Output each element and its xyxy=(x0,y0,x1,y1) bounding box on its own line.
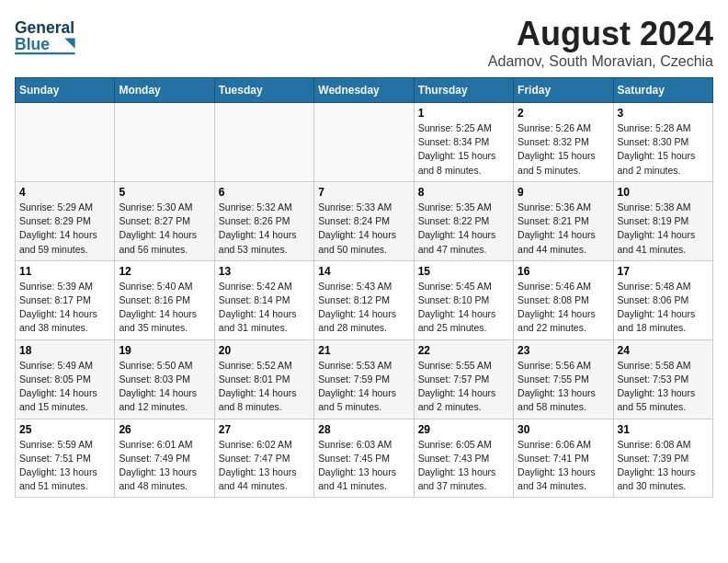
week-row-3: 11Sunrise: 5:39 AMSunset: 8:17 PMDayligh… xyxy=(16,260,713,339)
day-info: Sunrise: 5:49 AMSunset: 8:05 PMDaylight:… xyxy=(19,359,110,415)
day-info: Sunrise: 5:58 AMSunset: 7:53 PMDaylight:… xyxy=(618,359,709,415)
col-header-monday: Monday xyxy=(115,78,214,103)
day-cell: 1Sunrise: 5:25 AMSunset: 8:34 PMDaylight… xyxy=(414,103,513,182)
day-info: Sunrise: 5:50 AMSunset: 8:03 PMDaylight:… xyxy=(119,359,210,415)
col-header-saturday: Saturday xyxy=(613,78,712,103)
day-number: 16 xyxy=(518,265,609,278)
day-info: Sunrise: 5:42 AMSunset: 8:14 PMDaylight:… xyxy=(219,280,310,336)
day-number: 15 xyxy=(418,265,509,278)
day-info: Sunrise: 5:28 AMSunset: 8:30 PMDaylight:… xyxy=(618,121,709,178)
day-number: 18 xyxy=(19,344,110,357)
title-block: August 2024 Adamov, South Moravian, Czec… xyxy=(488,15,713,70)
day-cell: 18Sunrise: 5:49 AMSunset: 8:05 PMDayligh… xyxy=(16,339,115,419)
day-cell: 22Sunrise: 5:55 AMSunset: 7:57 PMDayligh… xyxy=(414,339,513,419)
col-header-tuesday: Tuesday xyxy=(214,78,313,103)
day-number: 7 xyxy=(318,186,409,199)
day-cell: 10Sunrise: 5:38 AMSunset: 8:19 PMDayligh… xyxy=(613,181,712,260)
day-cell xyxy=(115,103,214,182)
day-cell: 8Sunrise: 5:35 AMSunset: 8:22 PMDaylight… xyxy=(414,181,513,260)
day-number: 13 xyxy=(219,265,310,278)
day-cell: 11Sunrise: 5:39 AMSunset: 8:17 PMDayligh… xyxy=(16,260,115,339)
day-info: Sunrise: 5:30 AMSunset: 8:27 PMDaylight:… xyxy=(119,201,210,257)
col-header-friday: Friday xyxy=(514,78,613,103)
day-cell xyxy=(314,103,414,182)
day-cell xyxy=(16,103,115,182)
day-info: Sunrise: 5:40 AMSunset: 8:16 PMDaylight:… xyxy=(119,280,210,336)
day-info: Sunrise: 5:45 AMSunset: 8:10 PMDaylight:… xyxy=(418,280,509,336)
day-info: Sunrise: 6:02 AMSunset: 7:47 PMDaylight:… xyxy=(219,438,310,494)
day-number: 9 xyxy=(518,186,609,199)
week-row-5: 25Sunrise: 5:59 AMSunset: 7:51 PMDayligh… xyxy=(16,419,713,498)
day-cell: 26Sunrise: 6:01 AMSunset: 7:49 PMDayligh… xyxy=(115,419,214,498)
day-info: Sunrise: 5:46 AMSunset: 8:08 PMDaylight:… xyxy=(518,280,609,336)
day-cell: 30Sunrise: 6:06 AMSunset: 7:41 PMDayligh… xyxy=(514,419,613,498)
week-row-4: 18Sunrise: 5:49 AMSunset: 8:05 PMDayligh… xyxy=(16,339,713,419)
day-number: 31 xyxy=(618,423,709,436)
day-cell: 13Sunrise: 5:42 AMSunset: 8:14 PMDayligh… xyxy=(214,260,313,339)
page-title: August 2024 xyxy=(488,15,713,53)
day-cell: 12Sunrise: 5:40 AMSunset: 8:16 PMDayligh… xyxy=(115,260,214,339)
day-number: 29 xyxy=(418,423,509,436)
day-number: 19 xyxy=(119,344,210,357)
day-cell: 24Sunrise: 5:58 AMSunset: 7:53 PMDayligh… xyxy=(613,339,712,419)
svg-text:Blue: Blue xyxy=(15,35,50,53)
day-cell: 28Sunrise: 6:03 AMSunset: 7:45 PMDayligh… xyxy=(314,419,414,498)
day-number: 17 xyxy=(618,265,709,278)
day-cell: 31Sunrise: 6:08 AMSunset: 7:39 PMDayligh… xyxy=(613,419,712,498)
day-cell: 14Sunrise: 5:43 AMSunset: 8:12 PMDayligh… xyxy=(314,260,414,339)
day-cell: 4Sunrise: 5:29 AMSunset: 8:29 PMDaylight… xyxy=(16,181,115,260)
day-number: 3 xyxy=(618,107,709,120)
day-info: Sunrise: 5:56 AMSunset: 7:55 PMDaylight:… xyxy=(518,359,609,415)
day-cell: 21Sunrise: 5:53 AMSunset: 7:59 PMDayligh… xyxy=(314,339,414,419)
day-number: 14 xyxy=(318,265,409,278)
day-info: Sunrise: 5:39 AMSunset: 8:17 PMDaylight:… xyxy=(19,280,110,336)
day-info: Sunrise: 6:03 AMSunset: 7:45 PMDaylight:… xyxy=(318,438,409,494)
day-number: 28 xyxy=(318,423,409,436)
col-header-thursday: Thursday xyxy=(414,78,513,103)
day-cell: 15Sunrise: 5:45 AMSunset: 8:10 PMDayligh… xyxy=(414,260,513,339)
day-number: 10 xyxy=(618,186,709,199)
day-info: Sunrise: 5:26 AMSunset: 8:32 PMDaylight:… xyxy=(518,121,609,178)
day-cell: 6Sunrise: 5:32 AMSunset: 8:26 PMDaylight… xyxy=(214,181,313,260)
day-number: 5 xyxy=(119,186,210,199)
day-number: 22 xyxy=(418,344,509,357)
day-info: Sunrise: 5:36 AMSunset: 8:21 PMDaylight:… xyxy=(518,201,609,257)
day-info: Sunrise: 5:29 AMSunset: 8:29 PMDaylight:… xyxy=(19,201,110,257)
day-info: Sunrise: 5:33 AMSunset: 8:24 PMDaylight:… xyxy=(318,201,409,257)
day-cell: 16Sunrise: 5:46 AMSunset: 8:08 PMDayligh… xyxy=(514,260,613,339)
day-cell: 7Sunrise: 5:33 AMSunset: 8:24 PMDaylight… xyxy=(314,181,414,260)
day-info: Sunrise: 5:25 AMSunset: 8:34 PMDaylight:… xyxy=(418,121,509,178)
day-number: 1 xyxy=(418,107,509,120)
day-cell: 9Sunrise: 5:36 AMSunset: 8:21 PMDaylight… xyxy=(514,181,613,260)
day-cell: 25Sunrise: 5:59 AMSunset: 7:51 PMDayligh… xyxy=(16,419,115,498)
day-info: Sunrise: 5:53 AMSunset: 7:59 PMDaylight:… xyxy=(318,359,409,415)
week-row-1: 1Sunrise: 5:25 AMSunset: 8:34 PMDaylight… xyxy=(16,103,713,182)
day-info: Sunrise: 6:05 AMSunset: 7:43 PMDaylight:… xyxy=(418,438,509,494)
day-number: 30 xyxy=(518,423,609,436)
col-header-sunday: Sunday xyxy=(16,78,115,103)
day-number: 26 xyxy=(119,423,210,436)
day-info: Sunrise: 5:32 AMSunset: 8:26 PMDaylight:… xyxy=(219,201,310,257)
day-number: 24 xyxy=(618,344,709,357)
day-info: Sunrise: 6:06 AMSunset: 7:41 PMDaylight:… xyxy=(518,438,609,494)
day-number: 20 xyxy=(219,344,310,357)
day-cell: 29Sunrise: 6:05 AMSunset: 7:43 PMDayligh… xyxy=(414,419,513,498)
day-number: 27 xyxy=(219,423,310,436)
day-number: 2 xyxy=(518,107,609,120)
svg-marker-2 xyxy=(64,38,74,48)
logo: General Blue xyxy=(15,15,79,61)
day-number: 8 xyxy=(418,186,509,199)
day-cell: 3Sunrise: 5:28 AMSunset: 8:30 PMDaylight… xyxy=(613,103,712,182)
day-cell: 17Sunrise: 5:48 AMSunset: 8:06 PMDayligh… xyxy=(613,260,712,339)
day-cell: 19Sunrise: 5:50 AMSunset: 8:03 PMDayligh… xyxy=(115,339,214,419)
day-number: 21 xyxy=(318,344,409,357)
day-cell: 5Sunrise: 5:30 AMSunset: 8:27 PMDaylight… xyxy=(115,181,214,260)
day-cell: 23Sunrise: 5:56 AMSunset: 7:55 PMDayligh… xyxy=(514,339,613,419)
day-cell: 2Sunrise: 5:26 AMSunset: 8:32 PMDaylight… xyxy=(514,103,613,182)
page-header: General Blue August 2024 Adamov, South M… xyxy=(15,15,713,70)
day-info: Sunrise: 6:01 AMSunset: 7:49 PMDaylight:… xyxy=(119,438,210,494)
day-info: Sunrise: 5:55 AMSunset: 7:57 PMDaylight:… xyxy=(418,359,509,415)
day-info: Sunrise: 5:52 AMSunset: 8:01 PMDaylight:… xyxy=(219,359,310,415)
day-info: Sunrise: 5:48 AMSunset: 8:06 PMDaylight:… xyxy=(618,280,709,336)
day-cell: 27Sunrise: 6:02 AMSunset: 7:47 PMDayligh… xyxy=(214,419,313,498)
